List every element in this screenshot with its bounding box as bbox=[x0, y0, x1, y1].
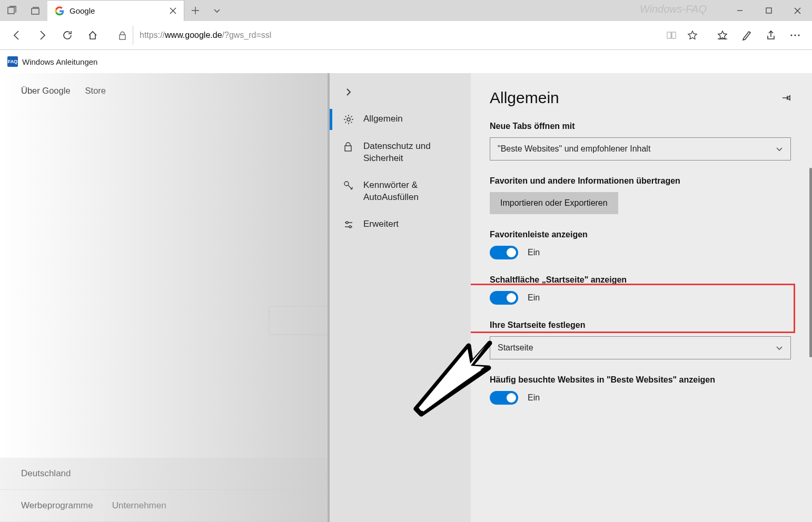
favorite-star-icon[interactable] bbox=[682, 30, 703, 41]
group-home-button: Schaltfläche „Startseite" anzeigen Ein bbox=[490, 275, 791, 305]
group-import: Favoriten und andere Informationen übert… bbox=[490, 176, 791, 214]
svg-rect-0 bbox=[8, 7, 14, 14]
window-controls bbox=[725, 0, 812, 21]
nav-general[interactable]: Allgemein bbox=[330, 106, 471, 133]
close-button[interactable] bbox=[783, 0, 812, 21]
group-frequent: Häufig besuchte Websites in "Beste Websi… bbox=[490, 375, 791, 405]
titlebar: Google Windows-FAQ bbox=[0, 0, 812, 21]
svg-point-9 bbox=[344, 182, 349, 186]
favorites-bar-toggle[interactable] bbox=[490, 246, 518, 259]
section-label: Ihre Startseite festlegen bbox=[490, 320, 791, 330]
url-text: https://www.google.de/?gws_rd=ssl bbox=[133, 31, 661, 40]
tabs-aside-icon[interactable] bbox=[0, 0, 24, 21]
maximize-button[interactable] bbox=[754, 0, 783, 21]
section-label: Schaltfläche „Startseite" anzeigen bbox=[490, 275, 791, 285]
notes-icon[interactable] bbox=[735, 24, 758, 47]
settings-nav: Allgemein Datenschutz und Sicherheit Ken… bbox=[330, 73, 471, 522]
gear-icon bbox=[343, 114, 355, 126]
nav-passwords[interactable]: Kennwörter & AutoAusfüllen bbox=[330, 172, 471, 211]
settings-panel: Allgemein Datenschutz und Sicherheit Ken… bbox=[328, 73, 812, 522]
footer-link[interactable]: Werbeprogramme bbox=[21, 500, 93, 511]
home-button-toggle[interactable] bbox=[490, 291, 518, 305]
store-link[interactable]: Store bbox=[85, 86, 106, 96]
toggle-state: Ein bbox=[528, 393, 540, 403]
watermark: Windows-FAQ bbox=[640, 3, 707, 15]
favorites-bar: FAQ Windows Anleitungen bbox=[0, 50, 812, 73]
svg-point-4 bbox=[790, 34, 792, 36]
nav-advanced[interactable]: Erweitert bbox=[330, 211, 471, 238]
address-bar[interactable]: https://www.google.de/?gws_rd=ssl bbox=[112, 25, 704, 45]
scrollbar[interactable] bbox=[809, 168, 812, 357]
about-link[interactable]: Über Google bbox=[21, 86, 71, 96]
lock-icon[interactable] bbox=[112, 26, 133, 45]
tab-title: Google bbox=[70, 6, 95, 15]
section-label: Neue Tabs öffnen mit bbox=[490, 122, 791, 131]
set-home-select[interactable]: Startseite bbox=[490, 336, 791, 359]
select-value: "Beste Websites" und empfohlener Inhalt bbox=[498, 144, 650, 154]
cursor-annotation bbox=[405, 330, 495, 419]
nav-label: Datenschutz und Sicherheit bbox=[363, 140, 457, 165]
nav-label: Erweitert bbox=[363, 218, 399, 230]
nav-label: Kennwörter & AutoAusfüllen bbox=[363, 179, 457, 204]
new-tabs-select[interactable]: "Beste Websites" und empfohlener Inhalt bbox=[490, 137, 791, 160]
chevron-down-icon bbox=[776, 344, 783, 352]
refresh-button[interactable] bbox=[56, 24, 79, 47]
nav-privacy[interactable]: Datenschutz und Sicherheit bbox=[330, 133, 471, 172]
menu-icon[interactable] bbox=[784, 24, 807, 47]
select-value: Startseite bbox=[498, 343, 533, 353]
new-tab-button[interactable] bbox=[184, 6, 206, 15]
content-area: Über Google Store Go Google-Su Deutschla… bbox=[0, 73, 812, 522]
favorite-label: Windows Anleitungen bbox=[22, 57, 97, 66]
lock-icon bbox=[343, 142, 355, 153]
browser-tab[interactable]: Google bbox=[47, 0, 184, 21]
svg-rect-1 bbox=[32, 8, 39, 14]
settings-body: Allgemein Neue Tabs öffnen mit "Beste We… bbox=[471, 73, 812, 522]
svg-point-5 bbox=[794, 34, 796, 36]
back-button[interactable] bbox=[5, 24, 28, 47]
section-label: Favoriten und andere Informationen übert… bbox=[490, 176, 791, 186]
import-export-button[interactable]: Importieren oder Exportieren bbox=[490, 192, 618, 214]
key-icon bbox=[343, 180, 355, 192]
favorite-link[interactable]: FAQ Windows Anleitungen bbox=[7, 56, 97, 67]
section-label: Favoritenleiste anzeigen bbox=[490, 230, 791, 239]
toggle-state: Ein bbox=[528, 293, 540, 303]
svg-rect-2 bbox=[766, 8, 771, 13]
close-tab-icon[interactable] bbox=[170, 7, 176, 14]
svg-point-11 bbox=[349, 226, 351, 228]
chevron-down-icon bbox=[776, 145, 783, 153]
tab-menu-icon[interactable] bbox=[206, 7, 227, 14]
toggle-state: Ein bbox=[528, 248, 540, 257]
svg-rect-8 bbox=[345, 146, 351, 151]
section-label: Häufig besuchte Websites in "Beste Websi… bbox=[490, 375, 791, 385]
settings-title: Allgemein bbox=[490, 89, 559, 107]
tab-preview-icon[interactable] bbox=[24, 0, 47, 21]
reading-view-icon[interactable] bbox=[661, 31, 682, 39]
google-favicon bbox=[55, 6, 64, 16]
pin-icon[interactable] bbox=[781, 93, 791, 103]
group-set-home: Ihre Startseite festlegen Startseite bbox=[490, 320, 791, 359]
svg-point-6 bbox=[798, 34, 799, 36]
group-fav-bar: Favoritenleiste anzeigen Ein bbox=[490, 230, 791, 259]
home-button[interactable] bbox=[81, 24, 104, 47]
favorite-favicon: FAQ bbox=[7, 56, 18, 67]
nav-toolbar: https://www.google.de/?gws_rd=ssl bbox=[0, 21, 812, 50]
share-icon[interactable] bbox=[759, 24, 783, 47]
nav-label: Allgemein bbox=[363, 113, 403, 125]
footer-link[interactable]: Unternehmen bbox=[112, 500, 166, 511]
forward-button[interactable] bbox=[31, 24, 54, 47]
minimize-button[interactable] bbox=[725, 0, 754, 21]
group-new-tabs: Neue Tabs öffnen mit "Beste Websites" un… bbox=[490, 122, 791, 160]
sliders-icon bbox=[343, 219, 355, 231]
svg-point-10 bbox=[346, 222, 348, 224]
settings-back-icon[interactable] bbox=[330, 84, 471, 106]
favorites-icon[interactable] bbox=[711, 24, 734, 47]
country-label: Deutschland bbox=[21, 468, 71, 479]
svg-point-7 bbox=[347, 118, 350, 121]
svg-rect-3 bbox=[120, 35, 125, 39]
